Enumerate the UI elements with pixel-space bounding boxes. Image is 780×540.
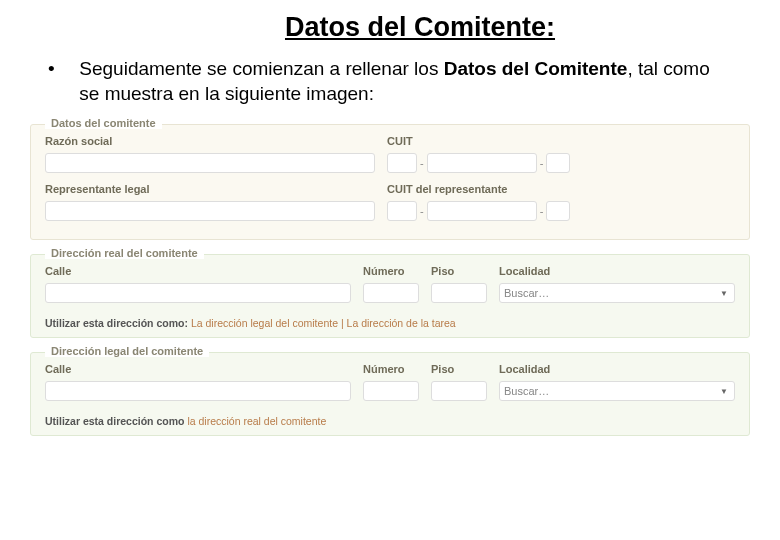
link-direccion-tarea[interactable]: La dirección de la tarea	[347, 317, 456, 329]
select-placeholder: Buscar…	[504, 287, 549, 299]
use-address-as: Utilizar esta dirección como la direcció…	[45, 411, 735, 427]
label-numero: Número	[363, 265, 419, 277]
label-numero: Número	[363, 363, 419, 375]
select-localidad[interactable]: Buscar… ▼	[499, 381, 735, 401]
link-direccion-legal[interactable]: La dirección legal del comitente	[191, 317, 338, 329]
input-cuit-a[interactable]	[387, 153, 417, 173]
label-piso: Piso	[431, 265, 487, 277]
input-representante[interactable]	[45, 201, 375, 221]
label-calle: Calle	[45, 265, 351, 277]
input-piso[interactable]	[431, 283, 487, 303]
panel-direccion-real: Dirección real del comitente Calle Númer…	[30, 254, 750, 338]
input-calle[interactable]	[45, 381, 351, 401]
label-representante: Representante legal	[45, 183, 375, 195]
intro-paragraph: • Seguidamente se comienzan a rellenar l…	[30, 57, 750, 106]
link-direccion-real[interactable]: la dirección real del comitente	[187, 415, 326, 427]
input-cuit-rep-b[interactable]	[427, 201, 537, 221]
input-cuit-c[interactable]	[546, 153, 570, 173]
select-placeholder: Buscar…	[504, 385, 549, 397]
separator: |	[338, 317, 347, 329]
dash: -	[540, 157, 544, 169]
label-localidad: Localidad	[499, 265, 735, 277]
panel-title: Dirección real del comitente	[45, 247, 204, 259]
bullet: •	[48, 57, 74, 82]
panel-direccion-legal: Dirección legal del comitente Calle Núme…	[30, 352, 750, 436]
chevron-down-icon: ▼	[720, 289, 730, 298]
input-piso[interactable]	[431, 381, 487, 401]
label-cuit: CUIT	[387, 135, 607, 147]
input-calle[interactable]	[45, 283, 351, 303]
label-cuit-rep: CUIT del representante	[387, 183, 607, 195]
use-label: Utilizar esta dirección como	[45, 415, 184, 427]
input-cuit-rep-a[interactable]	[387, 201, 417, 221]
label-localidad: Localidad	[499, 363, 735, 375]
dash: -	[540, 205, 544, 217]
panel-datos-comitente: Datos del comitente Razón social CUIT - …	[30, 124, 750, 240]
panel-title: Datos del comitente	[45, 117, 162, 129]
input-cuit-b[interactable]	[427, 153, 537, 173]
intro-bold: Datos del Comitente	[444, 58, 628, 79]
panel-title: Dirección legal del comitente	[45, 345, 209, 357]
input-cuit-rep-c[interactable]	[546, 201, 570, 221]
dash: -	[420, 157, 424, 169]
label-calle: Calle	[45, 363, 351, 375]
input-numero[interactable]	[363, 283, 419, 303]
use-label: Utilizar esta dirección como:	[45, 317, 188, 329]
page-title: Datos del Comitente:	[30, 12, 750, 43]
input-numero[interactable]	[363, 381, 419, 401]
select-localidad[interactable]: Buscar… ▼	[499, 283, 735, 303]
input-razon-social[interactable]	[45, 153, 375, 173]
chevron-down-icon: ▼	[720, 387, 730, 396]
use-address-as: Utilizar esta dirección como: La direcci…	[45, 313, 735, 329]
label-razon-social: Razón social	[45, 135, 375, 147]
label-piso: Piso	[431, 363, 487, 375]
dash: -	[420, 205, 424, 217]
intro-pre: Seguidamente se comienzan a rellenar los	[79, 58, 443, 79]
